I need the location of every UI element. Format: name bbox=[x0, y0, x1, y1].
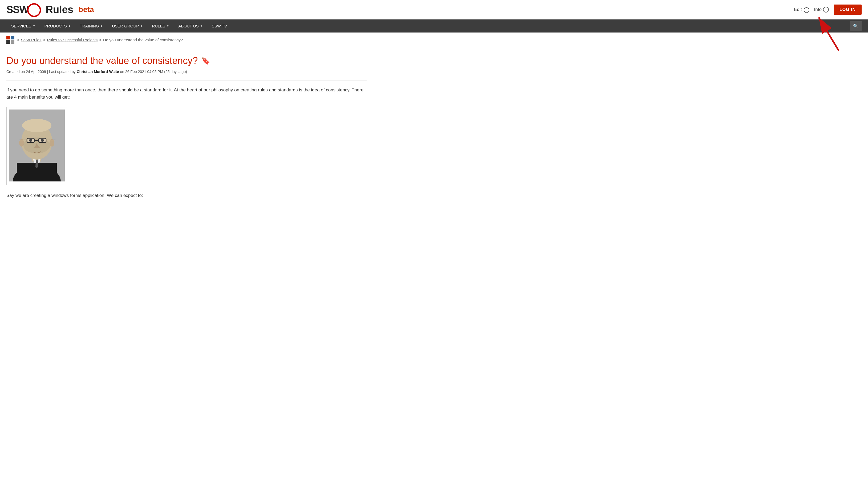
rules-dropdown-icon: ▾ bbox=[167, 24, 168, 28]
nav-about-us[interactable]: ABOUT US ▾ bbox=[174, 20, 207, 32]
nav-training[interactable]: TRAINING ▾ bbox=[75, 20, 107, 32]
author-name: Christian Morford-Waite bbox=[77, 69, 119, 74]
grid-cell-2 bbox=[11, 36, 14, 39]
user-group-dropdown-icon: ▾ bbox=[141, 24, 142, 28]
nav-services[interactable]: SERVICES ▾ bbox=[6, 20, 40, 32]
search-button[interactable]: 🔍 bbox=[850, 21, 862, 31]
ssw-logo: SSW bbox=[6, 3, 41, 17]
svg-point-21 bbox=[24, 138, 50, 153]
article-body: If you need to do something more than on… bbox=[6, 86, 367, 101]
grid-cell-3 bbox=[6, 40, 10, 44]
nav-products[interactable]: PRODUCTS ▾ bbox=[40, 20, 75, 32]
breadcrumb: > SSW Rules > Rules to Successful Projec… bbox=[0, 32, 868, 47]
bottom-text: Say we are creating a windows forms appl… bbox=[6, 193, 367, 198]
beta-badge: beta bbox=[79, 5, 94, 14]
header: SSW Rules beta Edit ◯ Info i LOG IN bbox=[0, 0, 868, 20]
breadcrumb-section[interactable]: Rules to Successful Projects bbox=[47, 37, 97, 42]
breadcrumb-separator-3: > bbox=[99, 37, 101, 42]
github-icon: ◯ bbox=[804, 6, 809, 13]
nav-rules-label: RULES bbox=[152, 24, 165, 28]
nav-user-group[interactable]: USER GROUP ▾ bbox=[107, 20, 147, 32]
nav-services-label: SERVICES bbox=[11, 24, 31, 28]
info-button[interactable]: Info i bbox=[814, 7, 829, 12]
about-us-dropdown-icon: ▾ bbox=[200, 24, 202, 28]
breadcrumb-current: Do you understand the value of consisten… bbox=[103, 37, 183, 42]
breadcrumb-separator-2: > bbox=[43, 37, 45, 42]
nav-user-group-label: USER GROUP bbox=[112, 24, 139, 28]
nav-about-us-label: ABOUT US bbox=[178, 24, 198, 28]
created-date: Created on 24 Apr 2009 bbox=[6, 69, 46, 74]
bookmark-icon[interactable]: 🔖 bbox=[202, 57, 210, 65]
article-title: Do you understand the value of consisten… bbox=[6, 55, 367, 66]
article-title-text: Do you understand the value of consisten… bbox=[6, 55, 198, 66]
person-portrait bbox=[9, 110, 65, 181]
article-meta: Created on 24 Apr 2009 | Last updated by… bbox=[6, 69, 367, 74]
nav-ssw-tv[interactable]: SSW TV bbox=[207, 20, 232, 32]
services-dropdown-icon: ▾ bbox=[33, 24, 35, 28]
nav-bar: SERVICES ▾ PRODUCTS ▾ TRAINING ▾ USER GR… bbox=[0, 20, 868, 32]
person-image-box bbox=[6, 107, 67, 185]
header-right: Edit ◯ Info i LOG IN bbox=[794, 4, 862, 14]
info-circle-icon: i bbox=[823, 7, 829, 12]
edit-label: Edit bbox=[794, 7, 802, 12]
info-label: Info bbox=[814, 7, 822, 12]
nav-rules[interactable]: RULES ▾ bbox=[147, 20, 174, 32]
svg-point-11 bbox=[22, 119, 52, 132]
nav-products-label: PRODUCTS bbox=[44, 24, 67, 28]
edit-button[interactable]: Edit ◯ bbox=[794, 6, 809, 13]
grid-cell-1 bbox=[6, 36, 10, 39]
svg-point-10 bbox=[50, 139, 54, 147]
nav-ssw-tv-label: SSW TV bbox=[212, 24, 227, 28]
logo-circle bbox=[27, 3, 41, 17]
main-content: Do you understand the value of consisten… bbox=[0, 47, 373, 209]
svg-point-9 bbox=[19, 139, 24, 147]
training-dropdown-icon: ▾ bbox=[101, 24, 102, 28]
grid-cell-4 bbox=[11, 40, 14, 44]
nav-training-label: TRAINING bbox=[80, 24, 99, 28]
updated-suffix: on 26 Feb 2021 04:05 PM (25 days ago) bbox=[120, 69, 187, 74]
updated-prefix: | Last updated by bbox=[47, 69, 76, 74]
breadcrumb-grid-icon bbox=[6, 36, 14, 44]
ssw-text: SSW bbox=[6, 4, 29, 14]
login-button[interactable]: LOG IN bbox=[834, 4, 862, 14]
logo-area: SSW Rules beta bbox=[6, 3, 94, 17]
breadcrumb-home[interactable]: SSW Rules bbox=[21, 37, 41, 42]
search-icon: 🔍 bbox=[853, 24, 859, 28]
rules-text: Rules bbox=[46, 4, 73, 16]
products-dropdown-icon: ▾ bbox=[69, 24, 70, 28]
breadcrumb-separator-1: > bbox=[17, 37, 20, 42]
